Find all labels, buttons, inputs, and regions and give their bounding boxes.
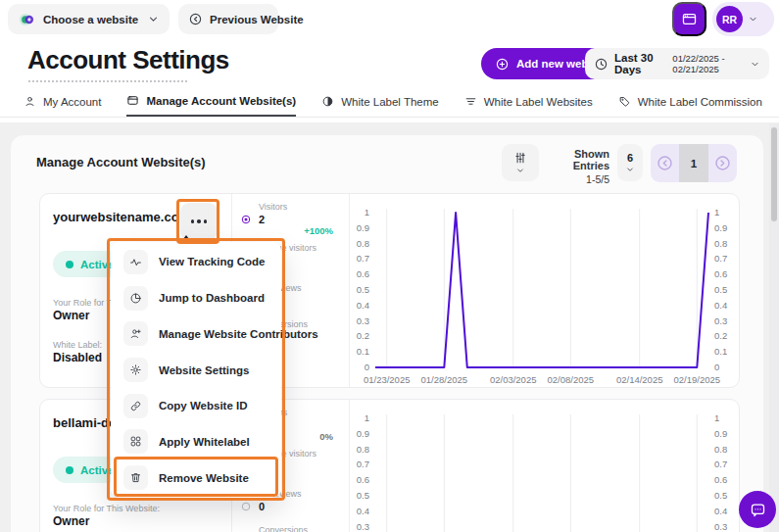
- svg-text:02/19/2025: 02/19/2025: [674, 374, 721, 385]
- tab-white-label-commission[interactable]: White Label Commission: [618, 86, 762, 117]
- svg-text:02/14/2025: 02/14/2025: [616, 374, 663, 385]
- trash-icon: [129, 471, 142, 484]
- chat-support-button[interactable]: [739, 491, 776, 528]
- menu-item-label: Manage Website Contributors: [159, 328, 318, 340]
- menu-item-copy-website-id[interactable]: Copy Website ID: [111, 388, 281, 424]
- circle-icon: [240, 501, 252, 512]
- arrow-left-circle-icon: [188, 12, 203, 26]
- page-header: Choose a website Previous Website RR Acc…: [0, 0, 779, 122]
- previous-website-label: Previous Website: [210, 14, 304, 25]
- svg-text:0.4: 0.4: [714, 506, 727, 516]
- svg-text:0.4: 0.4: [357, 506, 369, 516]
- contrast-icon: [321, 95, 334, 108]
- svg-text:0.7: 0.7: [714, 253, 727, 264]
- clock-icon: [594, 57, 609, 72]
- page-title: Account Settings: [27, 45, 229, 75]
- next-page-button[interactable]: [708, 144, 737, 182]
- svg-text:1: 1: [714, 412, 719, 423]
- menu-item-label: Jump to Dashboard: [159, 292, 265, 304]
- tab-label: White Label Websites: [484, 96, 593, 108]
- scrollbar[interactable]: [769, 123, 779, 532]
- tab-label: Manage Account Website(s): [146, 95, 296, 107]
- svg-text:0.5: 0.5: [357, 490, 369, 501]
- filter-button[interactable]: [502, 144, 539, 181]
- align-lines-icon: [464, 95, 477, 108]
- menu-item-label: Website Settings: [159, 364, 249, 376]
- role-value: Owner: [53, 309, 89, 322]
- column-divider: [349, 194, 350, 387]
- choose-website-dropdown[interactable]: Choose a website: [8, 4, 170, 34]
- choose-website-label: Choose a website: [43, 14, 138, 25]
- status-dot-icon: [66, 466, 73, 474]
- arrow-left-circle-icon: [656, 154, 674, 172]
- svg-text:0.7: 0.7: [357, 459, 369, 469]
- row-actions-dropdown: View Tracking Code Jump to Dashboard Man…: [111, 242, 281, 498]
- svg-text:0.3: 0.3: [357, 315, 369, 326]
- website-name: bellami-de: [53, 415, 116, 430]
- tag-icon: [618, 95, 631, 108]
- svg-text:02/03/2025: 02/03/2025: [490, 374, 537, 385]
- menu-item-view-tracking-code[interactable]: View Tracking Code: [111, 244, 281, 280]
- svg-text:0.7: 0.7: [357, 253, 369, 264]
- user-plus-icon: [129, 327, 142, 340]
- role-label: Your Role for This Website:: [53, 504, 160, 513]
- svg-text:0.5: 0.5: [357, 284, 369, 295]
- current-page[interactable]: 1: [679, 144, 707, 182]
- svg-text:0.1: 0.1: [714, 346, 727, 357]
- menu-item-manage-website-contributors[interactable]: Manage Website Contributors: [111, 315, 281, 352]
- date-range-title: Last 30 Days: [614, 52, 662, 75]
- tabs-divider: [0, 117, 779, 118]
- tab-manage-account-websites[interactable]: Manage Account Website(s): [126, 86, 296, 117]
- chevron-down-icon: [147, 13, 160, 25]
- svg-text:1: 1: [365, 207, 369, 218]
- svg-text:0.2: 0.2: [714, 330, 727, 341]
- svg-text:0.9: 0.9: [714, 428, 727, 439]
- menu-item-apply-whitelabel[interactable]: Apply Whitelabel: [111, 424, 281, 460]
- menu-item-remove-website[interactable]: Remove Website: [111, 459, 281, 496]
- svg-text:0.3: 0.3: [714, 315, 727, 326]
- svg-text:01/23/2025: 01/23/2025: [364, 374, 411, 385]
- change-badge: +100%: [304, 225, 333, 236]
- page-size-select[interactable]: 6: [617, 144, 643, 181]
- pagination: 1: [651, 144, 737, 182]
- sliders-icon: [513, 151, 527, 165]
- chat-bubble-icon: [750, 502, 766, 518]
- svg-text:02/08/2025: 02/08/2025: [548, 374, 595, 385]
- menu-item-website-settings[interactable]: Website Settings: [111, 352, 281, 388]
- svg-text:0.6: 0.6: [357, 474, 369, 485]
- account-menu[interactable]: RR: [712, 2, 774, 36]
- tab-white-label-websites[interactable]: White Label Websites: [464, 86, 593, 117]
- date-range-picker[interactable]: Last 30 Days 01/22/2025 - 02/21/2025: [585, 48, 769, 79]
- chevron-down-icon: [748, 14, 758, 24]
- plus-circle-icon: [495, 57, 510, 72]
- stat-visitors: Visitors 2 +100%: [240, 202, 349, 237]
- svg-text:0.3: 0.3: [357, 521, 369, 532]
- column-divider: [349, 400, 350, 532]
- tab-white-label-theme[interactable]: White Label Theme: [321, 86, 439, 117]
- svg-text:1: 1: [714, 207, 719, 218]
- svg-text:0.6: 0.6: [714, 268, 727, 279]
- analytics-logo-icon: [18, 11, 35, 28]
- chevron-down-icon: [515, 166, 525, 175]
- previous-website-button[interactable]: Previous Website: [178, 4, 278, 34]
- chevron-down-icon: [625, 165, 635, 174]
- settings-tabs: My Account Manage Account Website(s) Whi…: [24, 86, 779, 118]
- visitors-chart: 01/23/202501/28/202502/03/202502/08/2025…: [353, 405, 737, 532]
- menu-item-jump-to-dashboard[interactable]: Jump to Dashboard: [111, 280, 281, 316]
- svg-text:0.6: 0.6: [357, 268, 369, 279]
- pie-chart-icon: [129, 292, 142, 305]
- websites-app-button[interactable]: [672, 2, 706, 36]
- menu-caret: [180, 235, 192, 243]
- stat-conversions: Conversions: [240, 525, 349, 532]
- svg-text:0.2: 0.2: [357, 330, 369, 341]
- prev-page-button[interactable]: [651, 144, 679, 182]
- date-range-value: 01/22/2025 - 02/21/2025: [672, 53, 744, 74]
- svg-text:0.6: 0.6: [714, 474, 727, 485]
- menu-item-label: Copy Website ID: [159, 400, 248, 411]
- app-window: Choose a website Previous Website RR Acc…: [0, 0, 779, 532]
- svg-text:0: 0: [714, 362, 719, 372]
- avatar: RR: [716, 6, 743, 32]
- shown-entries: Shown Entries 1-5/5: [541, 148, 609, 185]
- tab-my-account[interactable]: My Account: [24, 86, 101, 117]
- scrollbar-thumb[interactable]: [771, 127, 777, 221]
